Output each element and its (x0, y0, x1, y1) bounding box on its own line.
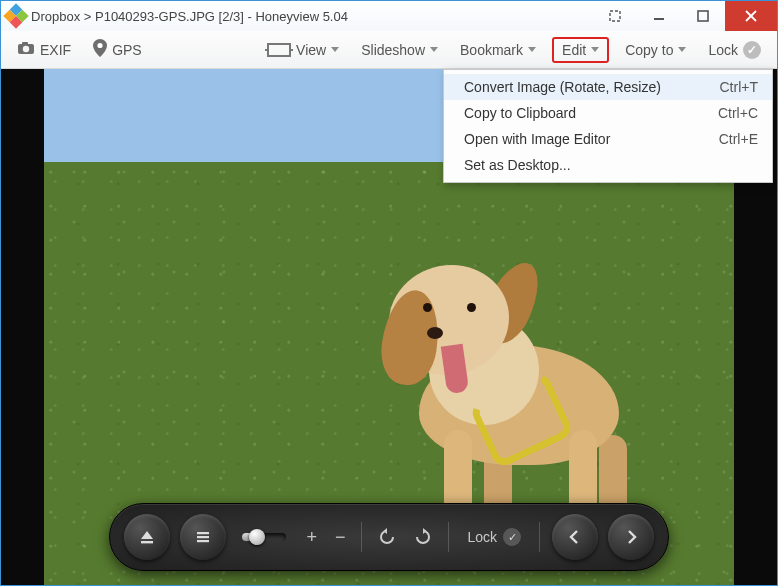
lock-toggle[interactable]: Lock ✓ (702, 37, 767, 63)
window-controls (593, 1, 777, 31)
menu-item-shortcut: Ctrl+E (719, 131, 758, 147)
eject-button[interactable] (124, 514, 170, 560)
title-bar: Dropbox > P1040293-GPS.JPG [2/3] - Honey… (1, 1, 777, 31)
bookmark-label: Bookmark (460, 42, 523, 58)
edit-menu-item[interactable]: Open with Image EditorCtrl+E (444, 126, 772, 152)
main-toolbar: EXIF GPS View Slideshow Bookmark Edit Co… (1, 31, 777, 69)
svg-rect-0 (610, 11, 620, 21)
lock-label: Lock (708, 42, 738, 58)
edit-menu-item[interactable]: Convert Image (Rotate, Resize)Ctrl+T (444, 74, 772, 100)
bookmark-menu-button[interactable]: Bookmark (454, 38, 542, 62)
divider (361, 522, 362, 552)
svg-rect-1 (654, 18, 664, 20)
menu-item-label: Set as Desktop... (464, 157, 758, 173)
svg-rect-12 (197, 536, 209, 538)
svg-rect-11 (197, 532, 209, 534)
window-title: Dropbox > P1040293-GPS.JPG [2/3] - Honey… (31, 9, 593, 24)
svg-rect-2 (698, 11, 708, 21)
svg-marker-14 (384, 528, 388, 534)
edit-label: Edit (562, 42, 586, 58)
svg-marker-15 (423, 528, 427, 534)
view-label: View (296, 42, 326, 58)
chevron-down-icon (528, 47, 536, 52)
app-window: Dropbox > P1040293-GPS.JPG [2/3] - Honey… (0, 0, 778, 586)
prev-image-button[interactable] (552, 514, 598, 560)
menu-button[interactable] (180, 514, 226, 560)
svg-marker-9 (141, 531, 153, 539)
edit-menu-item[interactable]: Copy to ClipboardCtrl+C (444, 100, 772, 126)
menu-item-shortcut: Ctrl+T (720, 79, 759, 95)
menu-item-shortcut: Ctrl+C (718, 105, 758, 121)
view-icon (267, 43, 291, 57)
check-circle-icon: ✓ (503, 528, 521, 546)
pin-icon (93, 39, 107, 60)
chevron-down-icon (331, 47, 339, 52)
chevron-down-icon (591, 47, 599, 52)
chevron-down-icon (430, 47, 438, 52)
divider (539, 522, 540, 552)
app-logo-icon (3, 3, 28, 28)
svg-rect-6 (22, 42, 28, 45)
close-button[interactable] (725, 1, 777, 31)
minimize-button[interactable] (637, 1, 681, 31)
slideshow-label: Slideshow (361, 42, 425, 58)
svg-point-8 (98, 43, 103, 48)
menu-item-label: Convert Image (Rotate, Resize) (464, 79, 720, 95)
edit-menu-item[interactable]: Set as Desktop... (444, 152, 772, 178)
gps-button[interactable]: GPS (87, 35, 148, 64)
view-menu-button[interactable]: View (261, 38, 345, 62)
svg-rect-10 (141, 541, 153, 543)
check-circle-icon: ✓ (743, 41, 761, 59)
svg-rect-13 (197, 540, 209, 542)
edit-dropdown: Convert Image (Rotate, Resize)Ctrl+TCopy… (443, 69, 773, 183)
gps-label: GPS (112, 42, 142, 58)
lock-zoom-toggle[interactable]: Lock ✓ (461, 528, 527, 546)
chevron-down-icon (678, 47, 686, 52)
next-image-button[interactable] (608, 514, 654, 560)
camera-icon (17, 41, 35, 58)
dog-in-photo (389, 235, 659, 515)
maximize-button[interactable] (681, 1, 725, 31)
copyto-label: Copy to (625, 42, 673, 58)
exif-label: EXIF (40, 42, 71, 58)
fullscreen-button[interactable] (593, 1, 637, 31)
rotate-ccw-button[interactable] (374, 528, 400, 546)
slideshow-menu-button[interactable]: Slideshow (355, 38, 444, 62)
slider-knob[interactable] (249, 529, 265, 545)
zoom-slider[interactable] (242, 533, 286, 541)
exif-button[interactable]: EXIF (11, 37, 77, 62)
rotate-cw-button[interactable] (410, 528, 436, 546)
svg-point-7 (23, 46, 29, 52)
divider (448, 522, 449, 552)
zoom-out-button[interactable]: − (331, 527, 350, 548)
copyto-menu-button[interactable]: Copy to (619, 38, 692, 62)
zoom-in-button[interactable]: + (302, 527, 321, 548)
edit-menu-button[interactable]: Edit (552, 37, 609, 63)
menu-item-label: Open with Image Editor (464, 131, 719, 147)
player-controlbar: + − Lock ✓ (109, 503, 669, 571)
menu-item-label: Copy to Clipboard (464, 105, 718, 121)
